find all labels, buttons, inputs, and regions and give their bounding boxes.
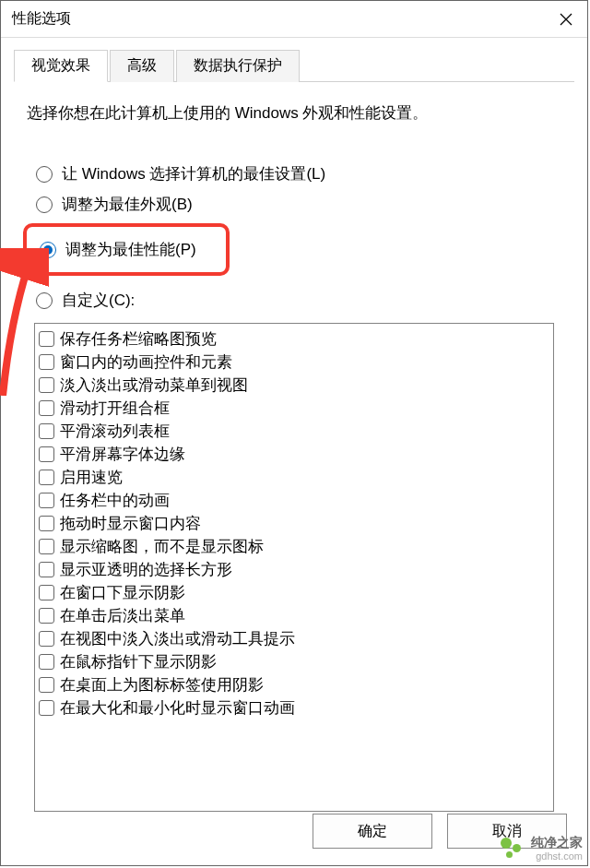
checkbox-icon xyxy=(39,331,54,347)
checkbox-icon xyxy=(39,631,54,647)
radio-best-performance[interactable]: 调整为最佳性能(P) xyxy=(40,236,213,263)
checkbox-label: 在单击后淡出菜单 xyxy=(60,605,185,626)
checkbox-item[interactable]: 在单击后淡出菜单 xyxy=(39,604,549,627)
checkbox-item[interactable]: 启用速览 xyxy=(39,466,549,489)
radio-label: 调整为最佳性能(P) xyxy=(65,239,196,260)
checkbox-icon xyxy=(39,493,54,508)
radio-label: 自定义(C): xyxy=(62,290,135,311)
checkbox-icon xyxy=(39,677,54,693)
checkbox-item[interactable]: 滑动打开组合框 xyxy=(39,397,549,420)
checkbox-icon xyxy=(39,423,54,439)
checkbox-item[interactable]: 窗口内的动画控件和元素 xyxy=(39,351,549,374)
checkbox-label: 在最大化和最小化时显示窗口动画 xyxy=(60,697,295,719)
radio-let-windows-choose[interactable]: 让 Windows 选择计算机的最佳设置(L) xyxy=(36,161,561,187)
checkbox-icon xyxy=(39,400,54,416)
checkbox-list-panel: 保存任务栏缩略图预览 窗口内的动画控件和元素 淡入淡出或滑动菜单到视图 滑动打开… xyxy=(34,323,554,812)
radio-icon xyxy=(36,292,53,309)
checkbox-label: 启用速览 xyxy=(60,467,123,488)
tab-strip: 视觉效果 高级 数据执行保护 xyxy=(14,49,574,82)
checkbox-label: 任务栏中的动画 xyxy=(60,490,170,511)
checkbox-item[interactable]: 在鼠标指针下显示阴影 xyxy=(39,650,549,673)
checkbox-icon xyxy=(39,585,54,600)
tab-dep[interactable]: 数据执行保护 xyxy=(176,50,300,82)
checkbox-icon xyxy=(39,470,54,485)
checkbox-item[interactable]: 在最大化和最小化时显示窗口动画 xyxy=(39,696,549,719)
checkbox-label: 显示缩略图，而不是显示图标 xyxy=(60,536,264,557)
close-button[interactable] xyxy=(545,1,587,38)
checkbox-label: 保存任务栏缩略图预览 xyxy=(60,328,217,350)
watermark-line1: 纯净之家 xyxy=(531,836,583,850)
checkbox-item[interactable]: 淡入淡出或滑动菜单到视图 xyxy=(39,374,549,397)
watermark: 纯净之家 gdhst.com xyxy=(498,835,583,862)
ok-button[interactable]: 确定 xyxy=(313,814,432,849)
checkbox-item[interactable]: 拖动时显示窗口内容 xyxy=(39,512,549,535)
performance-options-dialog: 性能选项 视觉效果 高级 数据执行保护 选择你想在此计算机上使用的 Window… xyxy=(0,0,588,866)
radio-icon xyxy=(36,166,53,183)
checkbox-item[interactable]: 平滑屏幕字体边缘 xyxy=(39,443,549,466)
checkbox-item[interactable]: 在窗口下显示阴影 xyxy=(39,581,549,604)
titlebar: 性能选项 xyxy=(1,1,587,38)
tab-visual-effects[interactable]: 视觉效果 xyxy=(14,50,108,82)
description-text: 选择你想在此计算机上使用的 Windows 外观和性能设置。 xyxy=(27,102,561,124)
checkbox-item[interactable]: 显示亚透明的选择长方形 xyxy=(39,558,549,581)
checkbox-icon xyxy=(39,354,54,370)
checkbox-icon xyxy=(39,608,54,624)
watermark-text: 纯净之家 gdhst.com xyxy=(531,836,583,861)
watermark-line2: gdhst.com xyxy=(536,850,583,862)
checkbox-icon xyxy=(39,654,54,670)
checkbox-item[interactable]: 在视图中淡入淡出或滑动工具提示 xyxy=(39,627,549,650)
radio-custom[interactable]: 自定义(C): xyxy=(36,287,561,314)
radio-icon xyxy=(40,242,56,258)
checkbox-icon xyxy=(39,539,54,554)
radio-group: 让 Windows 选择计算机的最佳设置(L) 调整为最佳外观(B) 调整为最佳… xyxy=(36,161,561,314)
radio-label: 调整为最佳外观(B) xyxy=(62,194,193,215)
checkbox-icon xyxy=(39,446,54,462)
checkbox-label: 窗口内的动画控件和元素 xyxy=(60,351,232,373)
checkbox-label: 平滑屏幕字体边缘 xyxy=(60,444,185,465)
window-title: 性能选项 xyxy=(12,9,71,29)
checkbox-item[interactable]: 保存任务栏缩略图预览 xyxy=(39,327,549,351)
checkbox-label: 滑动打开组合框 xyxy=(60,398,170,419)
close-icon xyxy=(560,13,572,26)
checkbox-item[interactable]: 显示缩略图，而不是显示图标 xyxy=(39,535,549,558)
checkbox-icon xyxy=(39,700,54,716)
annotation-highlight-box: 调整为最佳性能(P) xyxy=(23,223,230,276)
tab-content: 选择你想在此计算机上使用的 Windows 外观和性能设置。 让 Windows… xyxy=(1,82,587,821)
radio-label: 让 Windows 选择计算机的最佳设置(L) xyxy=(62,163,325,184)
watermark-logo-icon xyxy=(498,835,525,862)
checkbox-label: 拖动时显示窗口内容 xyxy=(60,513,201,534)
checkbox-label: 在窗口下显示阴影 xyxy=(60,582,185,603)
radio-best-appearance[interactable]: 调整为最佳外观(B) xyxy=(36,191,561,218)
checkbox-label: 平滑滚动列表框 xyxy=(60,421,170,442)
radio-icon xyxy=(36,196,53,213)
checkbox-item[interactable]: 平滑滚动列表框 xyxy=(39,420,549,443)
checkbox-label: 在视图中淡入淡出或滑动工具提示 xyxy=(60,628,295,649)
checkbox-item[interactable]: 任务栏中的动画 xyxy=(39,489,549,512)
checkbox-label: 在鼠标指针下显示阴影 xyxy=(60,651,217,672)
checkbox-label: 淡入淡出或滑动菜单到视图 xyxy=(60,375,248,396)
checkbox-label: 显示亚透明的选择长方形 xyxy=(60,559,232,580)
checkbox-icon xyxy=(39,377,54,393)
checkbox-icon xyxy=(39,562,54,577)
checkbox-icon xyxy=(39,516,54,531)
checkbox-label: 在桌面上为图标标签使用阴影 xyxy=(60,674,264,696)
tab-advanced[interactable]: 高级 xyxy=(110,50,174,82)
checkbox-item[interactable]: 在桌面上为图标标签使用阴影 xyxy=(39,673,549,696)
